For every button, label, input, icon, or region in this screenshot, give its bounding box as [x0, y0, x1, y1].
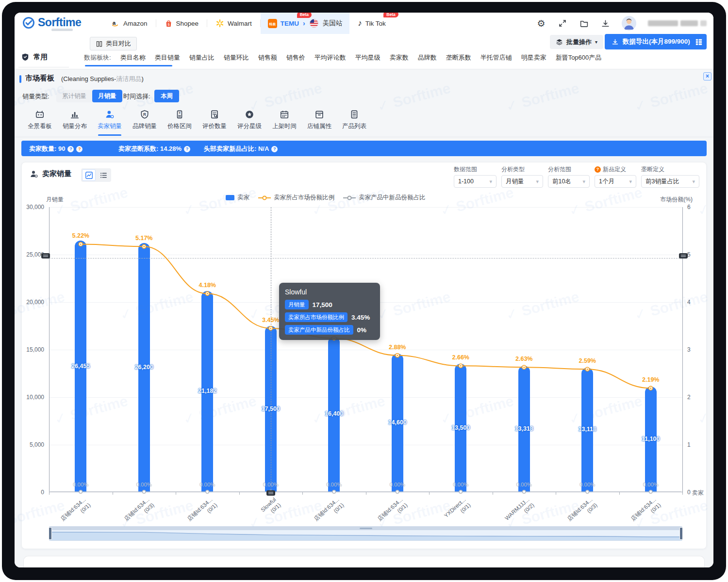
banner-stat-3: 头部卖家新品占比: N/A? — [204, 145, 278, 153]
tab-4[interactable]: R品牌销量 — [127, 109, 162, 130]
x-axis-tick — [429, 492, 430, 495]
tab-3[interactable]: 卖家销量 — [92, 109, 127, 130]
x-axis-tick — [302, 492, 303, 495]
tab-label: 全景看板 — [22, 122, 57, 130]
slider-handle-left[interactable] — [49, 527, 52, 540]
panel-close-button[interactable]: × — [703, 72, 711, 81]
module-tab-5[interactable]: 销售额 — [258, 53, 277, 62]
fullscreen-icon[interactable] — [558, 18, 567, 28]
filter-select-5[interactable]: 前3销量占比▾ — [641, 175, 699, 188]
tab-1[interactable]: 全景看板 — [22, 109, 57, 130]
tab-7[interactable]: 评分星级 — [232, 109, 267, 130]
module-tab-6[interactable]: 销售价 — [286, 53, 305, 62]
tiktok-icon: ♪ — [358, 18, 362, 28]
marketplace-site-label[interactable]: 美国站 — [323, 19, 343, 28]
module-tab-9[interactable]: 卖家数 — [390, 53, 409, 62]
marketplace-amazon[interactable]: a Amazon — [103, 13, 156, 34]
newproduct-value-label: 0.00% — [389, 482, 405, 487]
help-icon[interactable]: ? — [76, 146, 83, 152]
threshold-drag-handle-left[interactable] — [41, 253, 50, 259]
tab-9[interactable]: 店铺属性 — [302, 109, 337, 130]
seller-sales-card: 卖家销量 数据范围1-100▾分析类型月销量▾分析范围前10名▾?新品定义1个月… — [21, 162, 707, 549]
newproduct-value-label: 0.00% — [516, 482, 532, 487]
marketplace-shopee[interactable]: S Shopee — [156, 13, 207, 34]
avatar[interactable] — [622, 16, 636, 31]
bar-value-label: 13,313 — [515, 425, 533, 432]
filter-select-4[interactable]: 1个月▾ — [595, 175, 636, 188]
module-tab-10[interactable]: 品牌数 — [418, 53, 437, 62]
tab-label: 品牌销量 — [127, 122, 162, 130]
svg-text:特卖: 特卖 — [269, 22, 276, 26]
table-view-button[interactable] — [691, 34, 707, 49]
crosshair-drag-handle[interactable] — [266, 490, 275, 496]
newproduct-value-label: 0.00% — [263, 482, 279, 487]
newproduct-value-label: 0.00% — [579, 482, 596, 487]
sales-type-option-monthly[interactable]: 月销量 — [92, 90, 122, 102]
marketplace-walmart[interactable]: Walmart — [207, 13, 260, 34]
module-tab-7[interactable]: 平均评论数 — [314, 53, 346, 62]
chart-tooltip: Slowful 月销量17,500 卖家所占市场份额比例3.45% 卖家产品中新… — [279, 283, 380, 340]
download-icon[interactable] — [600, 18, 610, 28]
filter-label: 分析类型 — [501, 165, 543, 173]
sidebar-divider — [18, 67, 69, 67]
chart-view-toggle — [81, 168, 111, 182]
review-count-icon — [197, 109, 232, 120]
folder-icon[interactable] — [579, 18, 589, 28]
modules-label: 数据板块: — [84, 53, 111, 62]
tab-6[interactable]: 评价数量 — [197, 109, 232, 130]
sorftime-logo[interactable]: Sorftime — [22, 16, 81, 29]
filter-select-1[interactable]: 1-100▾ — [454, 175, 496, 188]
tab-5[interactable]: ¥价格区间 — [162, 109, 197, 130]
tab-2[interactable]: 销量分布 — [57, 109, 92, 130]
newproduct-value-label: 0.00% — [453, 482, 469, 487]
legend-line-marker — [343, 195, 356, 200]
panorama-icon — [22, 109, 57, 120]
module-tab-12[interactable]: 半托管店铺 — [480, 53, 512, 62]
tab-8[interactable]: 上架时间 — [267, 109, 302, 130]
marketplace-temu[interactable]: 特卖 TEMU Beta — [268, 19, 299, 28]
list-view-button[interactable] — [97, 169, 110, 181]
time-select-label: 时间选择: — [123, 92, 150, 101]
batch-actions-button[interactable]: 批量操作 ▾ — [550, 35, 603, 49]
tab-label: 店铺属性 — [302, 122, 337, 130]
app-page: Sorftime a Amazon S Shopee Walmart 特卖 — [15, 13, 713, 567]
module-tab-1[interactable]: 类目名称 — [120, 53, 146, 62]
legend-item-2[interactable]: 卖家所占市场份额比例 — [258, 194, 334, 202]
module-tab-8[interactable]: 平均星级 — [355, 53, 381, 62]
seller-sales-chart: 30,000625,000520,000415,000310,00025,000… — [49, 207, 682, 492]
module-tab-4[interactable]: 销量环比 — [224, 53, 249, 62]
filter-select-2[interactable]: 月销量▾ — [501, 175, 543, 188]
module-tab-11[interactable]: 垄断系数 — [446, 53, 471, 62]
marketplace-tiktok[interactable]: ♪ Tik Tok Beta — [349, 13, 394, 34]
data-export-button[interactable]: 数据导出(本月899/900) — [605, 34, 697, 49]
hint-icon[interactable]: ? — [595, 166, 601, 173]
filter-select-3[interactable]: 前10名▾ — [548, 175, 590, 188]
share-percent-label: 2.63% — [515, 356, 532, 362]
gear-icon[interactable]: ⚙ — [536, 18, 546, 28]
module-tab-14[interactable]: 新晋Top600产品 — [556, 53, 602, 62]
help-icon[interactable]: ? — [271, 146, 278, 152]
line-chart-view-button[interactable] — [82, 169, 96, 181]
star-rating-icon — [232, 109, 267, 120]
help-icon[interactable]: ? — [67, 146, 74, 152]
sidebar-item-favorites[interactable]: 常用 — [21, 52, 48, 62]
legend-item-1[interactable]: 卖家 — [226, 194, 249, 202]
module-tab-3[interactable]: 销量占比 — [189, 53, 215, 62]
tab-label: 评分星级 — [232, 122, 267, 130]
help-icon[interactable]: ? — [184, 146, 190, 152]
legend-item-3[interactable]: 卖家产品中新品份额占比 — [343, 194, 426, 202]
y-axis-tick-right: 0 — [687, 489, 691, 496]
module-tab-2[interactable]: 类目销量 — [155, 53, 180, 62]
sales-type-option-cumulative[interactable]: 累计销量 — [56, 90, 92, 102]
tab-10[interactable]: 产品列表 — [337, 109, 372, 130]
y-axis-tick-left: 15,000 — [26, 346, 44, 353]
tooltip-row: 月销量17,500 — [285, 300, 374, 309]
breadcrumb-arrow-icon: › — [303, 19, 305, 27]
time-this-week-button[interactable]: 本周 — [154, 90, 179, 102]
threshold-drag-handle-right[interactable] — [679, 253, 688, 259]
data-zoom-slider[interactable] — [49, 526, 682, 541]
compare-columns-icon — [96, 40, 103, 48]
category-compare-button[interactable]: 类目对比 — [90, 37, 137, 50]
slider-handle-right[interactable] — [679, 527, 683, 540]
module-tab-13[interactable]: 明星卖家 — [521, 53, 546, 62]
